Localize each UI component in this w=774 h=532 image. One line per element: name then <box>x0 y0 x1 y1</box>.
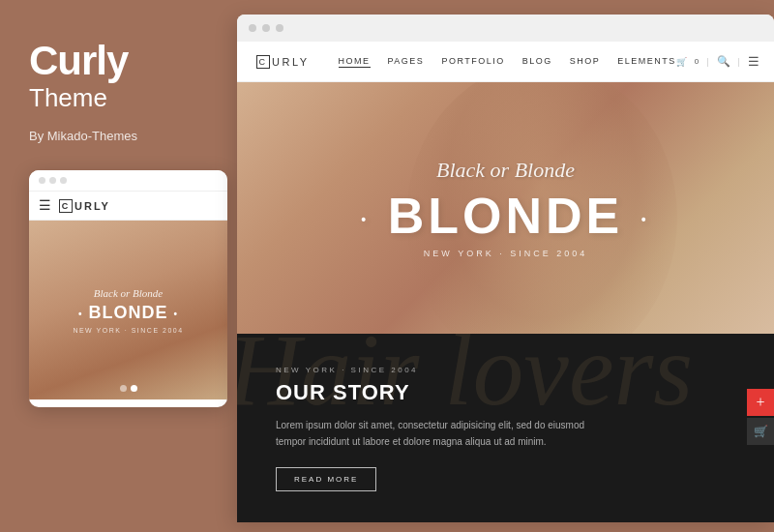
fab-buttons: + 🛒 <box>747 389 774 445</box>
divider: | <box>706 57 708 67</box>
title-dot-3 <box>276 24 283 32</box>
brand-title: Curly <box>29 39 208 83</box>
mobile-hero-content: Black or Blonde • BLONDE • NEW YORK · SI… <box>73 287 183 334</box>
story-body: Lorem ipsum dolor sit amet, consectetur … <box>276 417 585 450</box>
title-dot-1 <box>249 24 256 32</box>
desktop-preview: C URLY HOME PAGES PORTFOLIO BLOG SHOP EL… <box>237 15 774 522</box>
hero-blonde: BLONDE <box>388 188 624 244</box>
indicator-1 <box>120 385 127 392</box>
hero-script-text: Black or Blonde <box>361 158 649 183</box>
nav-portfolio[interactable]: PORTFOLIO <box>441 56 504 68</box>
nav-blog[interactable]: BLOG <box>522 56 552 68</box>
nav-shop[interactable]: SHOP <box>570 56 601 68</box>
mobile-hero-script: Black or Blonde <box>73 287 183 299</box>
desktop-title-bar <box>237 15 774 42</box>
mobile-preview: ☰ C URLY Black or Blonde • BLONDE • NEW … <box>29 170 227 407</box>
mobile-hero: Black or Blonde • BLONDE • NEW YORK · SI… <box>29 221 227 399</box>
read-more-button[interactable]: READ MORE <box>276 467 376 491</box>
fab-add-button[interactable]: + <box>747 389 774 416</box>
mobile-logo-text: URLY <box>74 200 110 212</box>
mobile-title-bar <box>29 170 227 192</box>
mobile-blonde-text: BLONDE <box>88 303 167 322</box>
cart-fab-icon: 🛒 <box>754 425 768 439</box>
hero-content: Black or Blonde • BLONDE • NEW YORK · SI… <box>361 158 649 258</box>
mobile-dot-1 <box>39 177 45 184</box>
desktop-hero: Black or Blonde • BLONDE • NEW YORK · SI… <box>237 82 774 334</box>
nav-elements[interactable]: ELEMENTS <box>617 56 676 68</box>
mobile-location: NEW YORK · SINCE 2004 <box>73 327 183 334</box>
cart-count: 0 <box>695 57 699 66</box>
hero-dot-left: • <box>361 212 370 227</box>
story-content: NEW YORK · SINCE 2004 OUR STORY Lorem ip… <box>237 366 774 491</box>
hero-location: NEW YORK · SINCE 2004 <box>361 249 649 258</box>
cart-icon[interactable]: 🛒 <box>676 57 687 67</box>
story-eyebrow: NEW YORK · SINCE 2004 <box>276 366 735 374</box>
mobile-hamburger-icon: ☰ <box>39 197 51 214</box>
left-panel: Curly Theme By Mikado-Themes ☰ C URLY Bl… <box>0 0 237 532</box>
desktop-nav-links: HOME PAGES PORTFOLIO BLOG SHOP ELEMENTS <box>339 56 676 68</box>
nav-home[interactable]: HOME <box>339 56 371 68</box>
indicator-2 <box>131 385 137 392</box>
story-section: Hair lovers NEW YORK · SINCE 2004 OUR ST… <box>237 334 774 522</box>
search-icon[interactable]: 🔍 <box>717 55 730 68</box>
plus-icon: + <box>756 395 764 410</box>
desktop-nav: C URLY HOME PAGES PORTFOLIO BLOG SHOP EL… <box>237 42 774 82</box>
mobile-dot-3 <box>60 177 67 184</box>
title-dot-2 <box>262 24 270 32</box>
brand-by: By Mikado-Themes <box>29 129 208 143</box>
mobile-dot-2 <box>49 177 56 184</box>
mobile-slide-indicators <box>120 385 137 392</box>
mobile-logo: C URLY <box>59 199 110 213</box>
logo-bracket: C <box>256 55 270 69</box>
mobile-dot-right: • <box>174 308 179 318</box>
menu-icon[interactable]: ☰ <box>748 54 759 69</box>
desktop-nav-icons: 🛒 0 | 🔍 | ☰ <box>676 54 759 69</box>
story-title: OUR STORY <box>276 380 735 405</box>
mobile-nav: ☰ C URLY <box>29 192 227 221</box>
fab-cart-button[interactable]: 🛒 <box>747 418 774 445</box>
desktop-logo: C URLY <box>256 55 310 69</box>
mobile-logo-bracket: C <box>59 199 73 213</box>
logo-text: URLY <box>272 56 310 68</box>
hero-bold-text: • BLONDE • <box>361 191 649 241</box>
mobile-dot-left: • <box>78 308 83 318</box>
divider2: | <box>738 57 740 67</box>
mobile-hero-bold: • BLONDE • <box>73 303 183 323</box>
nav-pages[interactable]: PAGES <box>388 56 425 68</box>
brand-subtitle: Theme <box>29 83 208 113</box>
hero-dot-right: • <box>641 212 650 227</box>
